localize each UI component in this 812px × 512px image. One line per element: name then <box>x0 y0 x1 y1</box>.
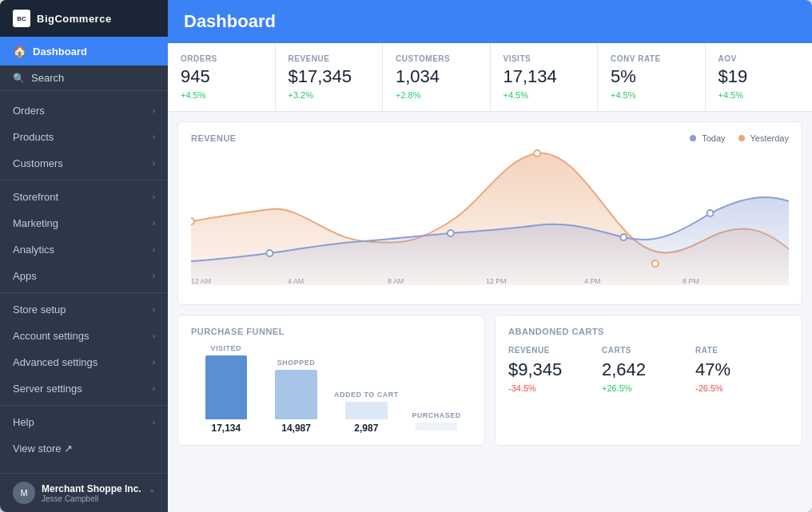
sidebar: BC BigCommerce 🏠 Dashboard 🔍 Search Orde… <box>0 0 168 512</box>
sidebar-item-server-settings[interactable]: Server settings › <box>0 375 168 402</box>
x-label-8am: 8 AM <box>388 277 404 285</box>
sidebar-item-customers[interactable]: Customers › <box>0 150 168 177</box>
revenue-chart-area: 12 AM 4 AM 8 AM 12 PM 4 PM 8 PM <box>191 149 789 293</box>
nav-label-products: Products <box>13 131 54 143</box>
abandoned-stat-revenue: REVENUE $9,345 -34.5% <box>508 346 602 393</box>
chart-legend: Today Yesterday <box>690 133 789 143</box>
nav-label-server-settings: Server settings <box>13 383 82 395</box>
nav-arrow-server-settings: › <box>153 384 155 393</box>
stat-label-visits: VISITS <box>504 54 585 63</box>
funnel-label-purchased: PURCHASED <box>412 411 461 419</box>
ab-value-carts: 2,642 <box>602 359 695 380</box>
sidebar-item-store-setup[interactable]: Store setup › <box>0 296 168 323</box>
sidebar-search[interactable]: 🔍 Search <box>0 65 168 91</box>
x-label-8pm: 8 PM <box>683 277 699 285</box>
chart-point-yest-1 <box>191 218 194 224</box>
funnel-bar-purchased <box>416 423 458 431</box>
sidebar-item-view-store[interactable]: View store ↗ <box>0 435 168 462</box>
stat-change-visits: +4.5% <box>504 90 585 100</box>
stat-value-conv-rate: 5% <box>611 66 692 87</box>
abandoned-title: ABANDONED CARTS <box>508 327 789 336</box>
stat-value-orders: 945 <box>181 66 262 87</box>
user-chevron-icon[interactable]: ⌃ <box>149 489 155 498</box>
nav-label-marketing: Marketing <box>13 217 58 229</box>
funnel-col-purchased: PURCHASED <box>401 411 472 434</box>
x-label-12pm: 12 PM <box>486 277 507 285</box>
avatar: M <box>13 482 35 504</box>
dashboard-icon: 🏠 <box>13 45 26 58</box>
bottom-row: PURCHASE FUNNEL VISITED 17,134 SHOPPED 1… <box>168 305 812 455</box>
sidebar-item-help[interactable]: Help › <box>0 409 168 435</box>
nav-label-customers: Customers <box>13 157 63 169</box>
sidebar-item-dashboard[interactable]: 🏠 Dashboard <box>0 37 168 65</box>
nav-arrow-storefront: › <box>153 192 155 201</box>
x-label-12am: 12 AM <box>191 277 211 285</box>
stat-label-revenue: REVENUE <box>289 54 370 63</box>
stat-change-orders: +4.5% <box>181 90 262 100</box>
revenue-chart-section: REVENUE Today Yesterday <box>177 121 802 305</box>
nav-divider-2 <box>0 292 168 293</box>
user-name: Merchant Shoppe Inc. <box>42 483 141 494</box>
chart-point-yest-3 <box>652 260 659 267</box>
stat-card-orders: ORDERS 945 +4.5% <box>168 43 276 111</box>
nav-label-storefront: Storefront <box>13 191 58 203</box>
user-details: Merchant Shoppe Inc. Jesse Campbell <box>42 483 141 503</box>
stat-change-conv-rate: +4.5% <box>611 90 692 100</box>
user-info: M Merchant Shoppe Inc. Jesse Campbell <box>13 482 141 504</box>
chart-point-today-1 <box>266 250 273 256</box>
search-label: Search <box>31 72 64 84</box>
nav-arrow-orders: › <box>153 106 155 115</box>
sidebar-item-advanced-settings[interactable]: Advanced settings › <box>0 349 168 375</box>
ab-change-revenue: -34.5% <box>508 383 602 393</box>
sidebar-item-products[interactable]: Products › <box>0 124 168 150</box>
logo-text: BigCommerce <box>37 13 112 25</box>
page-title: Dashboard <box>184 11 276 31</box>
stat-value-visits: 17,134 <box>504 66 585 87</box>
funnel-label-added: ADDED TO CART <box>334 391 399 399</box>
nav-label-view-store: View store ↗ <box>13 443 73 454</box>
search-icon: 🔍 <box>13 73 25 84</box>
chart-header: REVENUE Today Yesterday <box>191 133 789 143</box>
stat-card-conv-rate: CONV RATE 5% +4.5% <box>598 43 706 111</box>
funnel-val-shopped: 14,987 <box>281 423 311 434</box>
revenue-chart-svg: 12 AM 4 AM 8 AM 12 PM 4 PM 8 PM <box>191 149 789 285</box>
nav-label-analytics: Analytics <box>13 244 54 256</box>
sidebar-item-orders[interactable]: Orders › <box>0 97 168 124</box>
sidebar-item-apps[interactable]: Apps › <box>0 263 168 289</box>
main-content: Dashboard ORDERS 945 +4.5% REVENUE $17,3… <box>168 0 812 512</box>
nav-arrow-help: › <box>153 418 155 427</box>
funnel-val-added: 2,987 <box>354 423 378 434</box>
x-label-4am: 4 AM <box>288 277 304 285</box>
purchase-funnel-panel: PURCHASE FUNNEL VISITED 17,134 SHOPPED 1… <box>177 315 485 446</box>
stat-label-aov: AOV <box>718 54 800 63</box>
funnel-bar-visited <box>205 355 248 419</box>
ab-label-revenue: REVENUE <box>508 346 602 355</box>
stat-value-aov: $19 <box>718 66 800 87</box>
nav-arrow-store-setup: › <box>153 305 155 314</box>
sidebar-item-storefront[interactable]: Storefront › <box>0 184 168 210</box>
nav-label-apps: Apps <box>13 270 37 282</box>
stat-value-revenue: $17,345 <box>289 66 370 87</box>
user-email: Jesse Campbell <box>42 494 141 503</box>
sidebar-nav: Orders › Products › Customers › Storefro… <box>0 91 168 473</box>
nav-label-advanced-settings: Advanced settings <box>13 356 98 368</box>
ab-value-rate: 47% <box>695 359 789 380</box>
abandoned-stat-carts: CARTS 2,642 +26.5% <box>602 346 695 393</box>
sidebar-item-analytics[interactable]: Analytics › <box>0 236 168 263</box>
nav-arrow-apps: › <box>153 272 155 280</box>
ab-change-rate: -26.5% <box>695 383 789 393</box>
sidebar-item-marketing[interactable]: Marketing › <box>0 210 168 236</box>
funnel-col-shopped: SHOPPED 14,987 <box>261 359 332 434</box>
abandoned-stats: REVENUE $9,345 -34.5% CARTS 2,642 +26.5%… <box>508 346 789 393</box>
chart-point-today-3 <box>620 234 627 240</box>
app-container: BC BigCommerce 🏠 Dashboard 🔍 Search Orde… <box>0 0 812 512</box>
funnel-col-visited: VISITED 17,134 <box>191 344 261 434</box>
legend-yesterday: Yesterday <box>738 133 789 143</box>
funnel-title: PURCHASE FUNNEL <box>191 327 472 336</box>
legend-today: Today <box>690 133 725 143</box>
funnel-bar-added <box>345 402 388 419</box>
nav-arrow-marketing: › <box>153 219 155 228</box>
sidebar-item-account-settings[interactable]: Account settings › <box>0 323 168 349</box>
stat-change-aov: +4.5% <box>718 90 800 100</box>
ab-label-carts: CARTS <box>602 346 695 355</box>
